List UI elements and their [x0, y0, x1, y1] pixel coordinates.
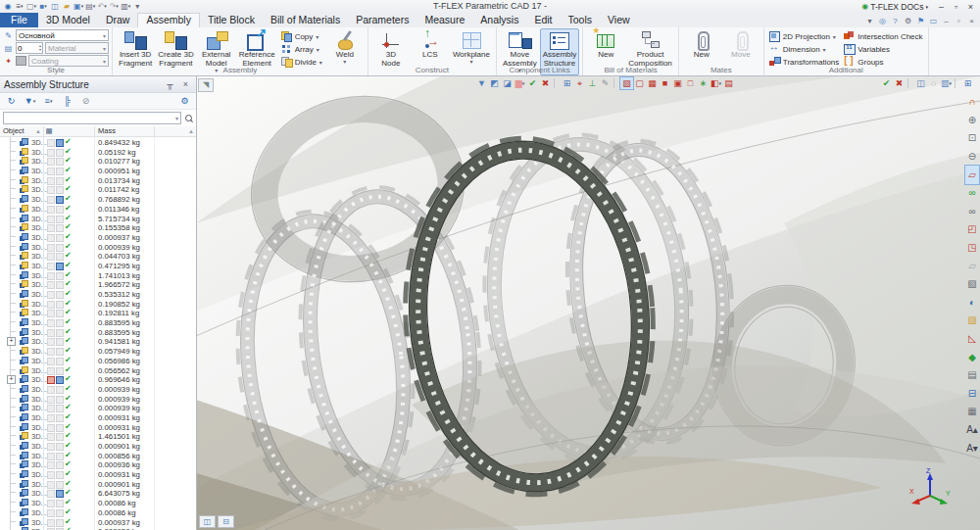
section-icon[interactable]: ◺: [965, 330, 979, 349]
tab-parameters[interactable]: Parameters: [348, 13, 416, 27]
print-icon[interactable]: ▤▾: [85, 1, 95, 12]
assembly-row[interactable]: 3D...✔0.000931 kg: [0, 469, 196, 479]
variables-button[interactable]: Variables: [842, 43, 924, 55]
doc-restore-icon[interactable]: ▫: [954, 15, 964, 27]
draw-box-icon[interactable]: ▣: [671, 77, 684, 89]
tab-title-block[interactable]: Title Block: [200, 13, 263, 27]
spin-view-icon[interactable]: ◳: [965, 239, 979, 258]
snap-point-icon[interactable]: ⌖: [573, 77, 586, 89]
column-mass[interactable]: Mass: [98, 126, 116, 136]
qat-overflow-icon[interactable]: ▾: [132, 1, 142, 12]
sketch-icon[interactable]: ✎: [599, 77, 612, 89]
zoom-all-icon[interactable]: ⊖: [965, 148, 979, 167]
filter-solids-icon[interactable]: ◪: [501, 77, 514, 89]
zoom-tool-icon[interactable]: ◎: [877, 15, 888, 27]
assembly-row[interactable]: +3D...✔0.969646 kg: [0, 374, 196, 384]
draw-solid-icon[interactable]: ■: [659, 77, 671, 89]
assembly-row[interactable]: 3D...✔0.000939 kg: [0, 384, 196, 394]
erase-fragment-icon[interactable]: ◌: [927, 77, 940, 89]
column-object[interactable]: Object: [3, 126, 24, 136]
redo-icon[interactable]: ↷▾: [109, 1, 119, 12]
tab-3d-model[interactable]: 3D Model: [38, 13, 98, 27]
assembly-row[interactable]: 3D...✔0.000939 kg: [0, 394, 196, 404]
flag-icon[interactable]: ⚑: [915, 15, 926, 27]
assembly-row[interactable]: 3D...✔0.010277 kg: [0, 156, 196, 166]
weld-button[interactable]: Weld▾: [325, 28, 365, 67]
cancel-fragment-icon[interactable]: ✖: [893, 77, 906, 89]
shading-icon[interactable]: ◐: [965, 294, 979, 313]
refresh-icon[interactable]: ↻: [5, 95, 18, 108]
product-composition-button[interactable]: Product Composition: [625, 28, 674, 71]
confirm-fragment-icon[interactable]: ✔: [880, 77, 893, 89]
save-icon[interactable]: ▣▾: [74, 1, 83, 12]
structure-links-icon[interactable]: ∗: [697, 77, 710, 89]
assembly-row[interactable]: 3D...✔0.849432 kg: [0, 137, 196, 147]
window-view-icon[interactable]: ⊟: [965, 385, 979, 404]
new-button[interactable]: New: [586, 28, 625, 71]
cancel-icon[interactable]: ⊘: [79, 95, 92, 108]
assembly-row[interactable]: 3D...✔0.044703 kg: [0, 251, 196, 261]
tab-edit[interactable]: Edit: [526, 13, 560, 27]
rotate-view-icon[interactable]: ◰: [965, 220, 979, 239]
tab-draw[interactable]: Draw: [98, 13, 138, 27]
print-view-icon[interactable]: ▦: [965, 403, 979, 421]
assembly-row[interactable]: 3D...✔0.000931 kg: [0, 422, 196, 432]
help-icon[interactable]: ?: [890, 15, 901, 27]
insert-image-icon[interactable]: ▥▾: [121, 1, 130, 12]
assembly-row[interactable]: 3D...✔0.056562 kg: [0, 365, 196, 375]
render-mode-icon[interactable]: ▧: [965, 275, 979, 294]
material-select[interactable]: Material: [45, 42, 109, 54]
scroll-up-icon[interactable]: ▲: [188, 126, 194, 136]
draw-faces-icon[interactable]: ▧: [620, 77, 633, 89]
open-icon[interactable]: ▰: [62, 1, 72, 12]
toolbar-options-icon[interactable]: ▾: [864, 15, 875, 27]
assembly-row[interactable]: 3D...✔0.768892 kg: [0, 194, 196, 204]
draw-transparent-icon[interactable]: ▦: [646, 77, 659, 89]
pin-icon[interactable]: ╥: [164, 78, 176, 90]
doc-minimize-icon[interactable]: –: [941, 15, 952, 27]
tab-assembly[interactable]: Assembly: [137, 13, 200, 27]
fragment-mode-icon[interactable]: ◧▾: [710, 77, 722, 89]
assembly-row[interactable]: +3D...✔0.941581 kg: [0, 336, 196, 346]
close-button[interactable]: ×: [963, 1, 978, 13]
panel-close-icon[interactable]: ×: [179, 78, 192, 90]
view-next-icon[interactable]: ∞: [965, 203, 979, 221]
split-vertical-icon[interactable]: ◫: [199, 515, 216, 528]
apply-selection-icon[interactable]: ✔: [526, 77, 539, 89]
hide-plane-icon[interactable]: ▱: [965, 257, 979, 275]
assembly-row[interactable]: 3D...✔0.056986 kg: [0, 356, 196, 365]
tab-tools[interactable]: Tools: [561, 13, 601, 27]
draw-wire-icon[interactable]: □: [684, 77, 697, 89]
scene-settings-icon[interactable]: ▤: [722, 77, 735, 89]
expander-icon[interactable]: +: [7, 337, 16, 346]
assembly-row[interactable]: 3D...✔0.535312 kg: [0, 289, 196, 299]
3d-scene[interactable]: Z X Y: [196, 76, 980, 530]
assembly-row[interactable]: 3D...✔1.461501 kg: [0, 431, 196, 441]
selection-filter-icon[interactable]: ▼: [475, 77, 488, 89]
workplane-button[interactable]: Workplane▾: [450, 28, 493, 71]
font-decrease-icon[interactable]: A▾: [965, 439, 979, 458]
assembly-row[interactable]: 3D...✔0.000901 kg: [0, 441, 196, 451]
restore-button[interactable]: ▫: [949, 1, 963, 13]
assembly-row[interactable]: 3D...✔0.190852 kg: [0, 299, 196, 309]
assembly-row[interactable]: 3D...✔6.643075 kg: [0, 488, 196, 498]
assembly-row[interactable]: 3D...✔0.155358 kg: [0, 222, 196, 232]
magnet-icon[interactable]: ∩: [965, 93, 979, 112]
color-swatch[interactable]: [16, 56, 26, 66]
layer-spinner[interactable]: 0▴▾: [16, 42, 43, 54]
app-icon[interactable]: ◉: [3, 1, 13, 12]
assembly-row[interactable]: 3D...✔0.000856 kg: [0, 451, 196, 460]
open-fragment-icon[interactable]: ◫: [914, 77, 927, 89]
intersection-check-button[interactable]: Intersection Check: [842, 30, 924, 42]
cancel-selection-icon[interactable]: ✖: [539, 77, 552, 89]
highlight-color-icon[interactable]: ▆▾: [514, 77, 526, 89]
customize-icon[interactable]: ⚙: [178, 95, 191, 108]
font-increase-icon[interactable]: A▴: [965, 421, 979, 440]
move-button[interactable]: Move: [721, 28, 760, 62]
filter-icon[interactable]: ▼▾: [24, 95, 36, 108]
settings-icon[interactable]: ⚙: [903, 15, 913, 27]
assembly-row[interactable]: 3D...✔0.05192 kg: [0, 147, 196, 157]
snap-lcs-icon[interactable]: ⊥: [586, 77, 599, 89]
column-header[interactable]: Object ▲ ◉▣⚠▤⚙ Mass ▲: [0, 126, 196, 137]
assembly-row[interactable]: 3D...✔0.000937 kg: [0, 517, 196, 527]
